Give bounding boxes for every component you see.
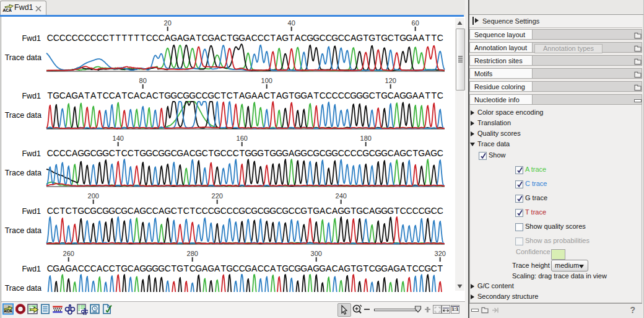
svg-text:CCCCAGGCGGCTCCTGGCGGCGACGCTGCC: CCCCAGGCGGCTCCTGGCGGCGACGCTGCCCTGGGTGGGA… [47,148,443,158]
svg-text:320: 320 [435,250,446,257]
svg-text:300: 300 [311,250,322,257]
svg-text:140: 140 [113,135,124,142]
svg-text:Fwd1: Fwd1 [22,149,41,158]
svg-text:60: 60 [412,19,419,27]
svg-text:220: 220 [212,192,223,200]
svg-text:Trace data: Trace data [5,284,41,292]
svg-text:Fwd1: Fwd1 [22,92,41,100]
svg-text:200: 200 [88,192,99,200]
svg-text:80: 80 [139,77,147,84]
svg-text:240: 240 [336,192,347,200]
svg-text:Fwd1: Fwd1 [22,265,41,273]
svg-text:120: 120 [385,77,396,84]
svg-text:20: 20 [164,19,172,27]
svg-text:100: 100 [261,77,272,84]
svg-text:280: 280 [187,250,198,257]
svg-text:160: 160 [237,135,248,142]
svg-text:TGCAGATATCCATCACACTGGCGGCCGCTC: TGCAGATATCCATCACACTGGCGGCCGCTCTAGAACTAGT… [47,91,443,100]
svg-text:260: 260 [63,250,74,257]
svg-text:Fwd1: Fwd1 [22,34,41,43]
svg-text:Trace data: Trace data [5,226,41,235]
svg-text:Trace data: Trace data [5,53,41,62]
svg-text:180: 180 [360,135,372,142]
svg-text:CCTCTGCGCGGCGCAGCCAGCTCTCCCGCC: CCTCTGCGCGGCGCAGCCAGCTCTCCCGCCCGCGCGGCGC… [47,206,443,216]
svg-text:CGAGACCCACCTGCAGGGGCTGTCGAGATG: CGAGACCCACCTGCAGGGGCTGTCGAGATGCCGACCATGC… [47,263,443,273]
svg-text:40: 40 [288,19,295,27]
svg-text:Fwd1: Fwd1 [22,207,41,216]
svg-text:Trace data: Trace data [5,169,41,177]
svg-text:Trace data: Trace data [5,111,41,120]
svg-text:CCCCCCCCCCTTTTTTCCCAGAGATCGACT: CCCCCCCCCCTTTTTTCCCAGAGATCGACTGGACCCTAGT… [47,33,443,43]
